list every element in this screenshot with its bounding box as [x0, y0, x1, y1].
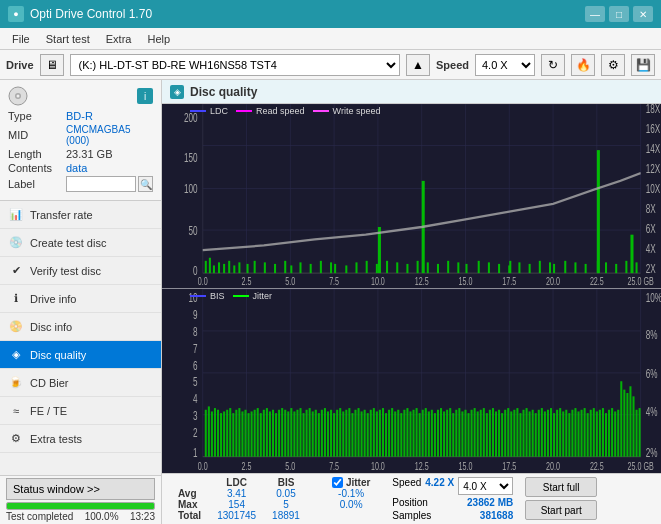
- svg-rect-124: [220, 413, 222, 457]
- transfer-rate-icon: 📊: [8, 207, 24, 223]
- menu-start-test[interactable]: Start test: [38, 28, 98, 49]
- svg-rect-144: [281, 408, 283, 457]
- drive-select-icon[interactable]: 🖥: [40, 54, 64, 76]
- minimize-button[interactable]: —: [585, 6, 605, 22]
- svg-rect-32: [254, 261, 256, 273]
- total-bis: 18891: [264, 510, 308, 521]
- svg-rect-63: [529, 264, 531, 273]
- sidebar-item-cd-bier[interactable]: 🍺 CD Bier: [0, 369, 161, 397]
- sidebar-item-drive-info-label: Drive info: [30, 293, 76, 305]
- svg-rect-161: [333, 413, 335, 457]
- disc-length-value: 23.31 GB: [66, 148, 112, 160]
- svg-rect-223: [523, 409, 525, 456]
- disc-label-button[interactable]: 🔍: [138, 176, 153, 192]
- status-window-button[interactable]: Status window >>: [6, 478, 155, 500]
- svg-rect-25: [213, 265, 215, 273]
- svg-rect-241: [577, 411, 579, 456]
- svg-rect-176: [379, 409, 381, 456]
- svg-rect-230: [544, 411, 546, 456]
- svg-rect-211: [486, 413, 488, 457]
- close-button[interactable]: ✕: [633, 6, 653, 22]
- svg-rect-258: [629, 386, 631, 456]
- position-row: Position 23862 MB: [392, 497, 513, 508]
- legend-bis-label: BIS: [210, 291, 225, 301]
- sidebar-item-transfer-rate[interactable]: 📊 Transfer rate: [0, 201, 161, 229]
- svg-rect-158: [324, 408, 326, 457]
- start-full-button[interactable]: Start full: [525, 477, 597, 497]
- svg-rect-232: [550, 408, 552, 457]
- sidebar-item-create-test-disc[interactable]: 💿 Create test disc: [0, 229, 161, 257]
- svg-rect-134: [251, 411, 253, 456]
- svg-rect-36: [290, 265, 292, 273]
- svg-rect-237: [565, 409, 567, 456]
- svg-rect-154: [312, 411, 314, 456]
- drive-select[interactable]: (K:) HL-DT-ST BD-RE WH16NS58 TST4: [70, 54, 400, 76]
- svg-rect-172: [367, 413, 369, 457]
- svg-text:8: 8: [193, 323, 198, 338]
- burn-button[interactable]: 🔥: [571, 54, 595, 76]
- menu-help[interactable]: Help: [139, 28, 178, 49]
- svg-rect-66: [553, 264, 555, 273]
- svg-text:4: 4: [193, 390, 198, 405]
- stats-table-container: LDC BIS Jitter: [170, 477, 378, 521]
- svg-rect-206: [471, 409, 473, 456]
- svg-rect-184: [403, 409, 405, 456]
- svg-text:5: 5: [193, 374, 198, 389]
- svg-rect-76: [636, 262, 638, 273]
- svg-text:17.5: 17.5: [502, 459, 516, 472]
- disc-label-input[interactable]: [66, 176, 136, 192]
- menu-file[interactable]: File: [4, 28, 38, 49]
- chart2-legend: BIS Jitter: [190, 291, 272, 301]
- svg-rect-213: [492, 408, 494, 457]
- disc-mid-value: CMCMAGBA5 (000): [66, 124, 153, 146]
- svg-rect-141: [272, 409, 274, 456]
- sidebar-item-disc-quality[interactable]: ◈ Disc quality: [0, 341, 161, 369]
- svg-rect-177: [382, 408, 384, 457]
- chart2-wrapper: BIS Jitter: [162, 289, 661, 474]
- sidebar-item-disc-info-label: Disc info: [30, 321, 72, 333]
- svg-rect-199: [449, 408, 451, 457]
- svg-text:22.5: 22.5: [590, 459, 604, 472]
- svg-rect-260: [636, 409, 638, 456]
- sidebar-item-fe-te[interactable]: ≈ FE / TE: [0, 397, 161, 425]
- settings-button[interactable]: ⚙: [601, 54, 625, 76]
- sidebar-item-disc-info[interactable]: 📀 Disc info: [0, 313, 161, 341]
- speed-select-stats[interactable]: 4.0 X: [458, 477, 513, 495]
- svg-rect-208: [477, 411, 479, 456]
- speed-select[interactable]: 4.0 X: [475, 54, 535, 76]
- main-layout: i Type BD-R MID CMCMAGBA5 (000) Length 2…: [0, 80, 661, 524]
- sidebar-item-extra-tests[interactable]: ⚙ Extra tests: [0, 425, 161, 453]
- save-button[interactable]: 💾: [631, 54, 655, 76]
- svg-rect-137: [260, 413, 262, 457]
- svg-rect-173: [370, 409, 372, 456]
- sidebar-item-verify-test-disc[interactable]: ✔ Verify test disc: [0, 257, 161, 285]
- sidebar-item-drive-info[interactable]: ℹ Drive info: [0, 285, 161, 313]
- svg-rect-195: [437, 409, 439, 456]
- svg-rect-212: [489, 409, 491, 456]
- svg-rect-38: [310, 264, 312, 273]
- speed-current-value: 4.22 X: [425, 477, 454, 495]
- chart2-svg: 10 9 8 7 6 5 4 3 2 1 10% 8% 6% 4% 2%: [162, 289, 661, 474]
- svg-rect-247: [596, 411, 598, 456]
- svg-rect-119: [205, 409, 207, 456]
- menu-extra[interactable]: Extra: [98, 28, 140, 49]
- svg-rect-171: [364, 409, 366, 456]
- eject-button[interactable]: ▲: [406, 54, 430, 76]
- svg-rect-198: [446, 409, 448, 456]
- svg-rect-207: [474, 408, 476, 457]
- disc-contents-row: Contents data: [8, 162, 153, 174]
- svg-rect-224: [526, 408, 528, 457]
- refresh-button[interactable]: ↻: [541, 54, 565, 76]
- svg-rect-132: [244, 409, 246, 456]
- samples-row: Samples 381688: [392, 510, 513, 521]
- svg-text:22.5: 22.5: [590, 276, 604, 288]
- start-part-button[interactable]: Start part: [525, 500, 597, 520]
- legend-ldc-label: LDC: [210, 106, 228, 116]
- svg-rect-190: [422, 409, 424, 456]
- create-test-disc-icon: 💿: [8, 235, 24, 251]
- maximize-button[interactable]: □: [609, 6, 629, 22]
- svg-rect-250: [605, 413, 607, 457]
- svg-rect-187: [413, 409, 415, 456]
- jitter-checkbox[interactable]: [332, 477, 343, 488]
- svg-rect-40: [330, 262, 332, 273]
